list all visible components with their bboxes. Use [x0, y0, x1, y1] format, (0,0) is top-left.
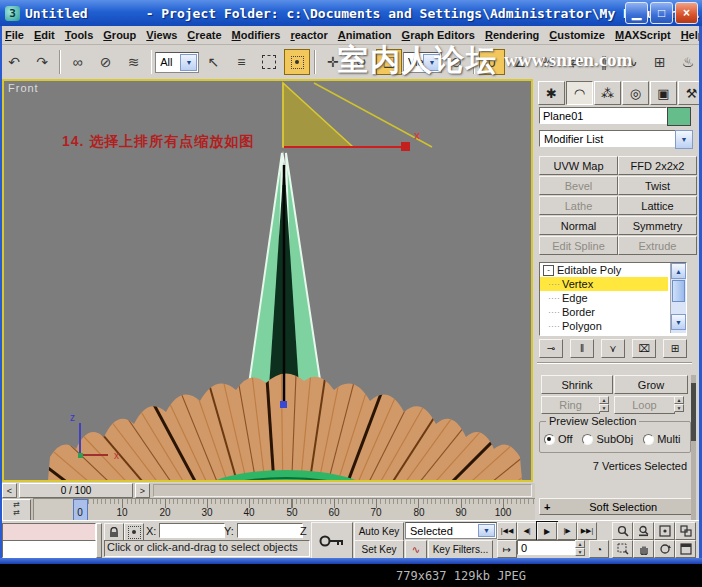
maximize-viewport-toggle-icon[interactable] [675, 540, 696, 558]
spin-down-icon[interactable]: ▼ [575, 548, 585, 556]
spin-down-icon[interactable]: ▼ [599, 404, 609, 412]
chevron-down-icon[interactable]: ▼ [478, 524, 495, 537]
viewport-front[interactable]: z x x Front 14. 选择上排所有点缩放如图 [2, 79, 533, 482]
scroll-up-icon[interactable]: ▲ [671, 263, 686, 279]
grow-button[interactable]: Grow [614, 375, 688, 394]
minimize-button[interactable]: ▁ [625, 2, 648, 24]
panel-scroll-thumb[interactable] [691, 383, 696, 441]
current-frame-field[interactable] [517, 540, 579, 555]
scale-gizmo[interactable] [283, 83, 432, 151]
viewport-label[interactable]: Front [8, 82, 39, 94]
set-key-curve-icon[interactable]: ∿ [405, 540, 427, 559]
absolute-offset-toggle-icon[interactable] [124, 523, 144, 541]
zoom-all-icon[interactable] [633, 522, 654, 540]
script-listener-line[interactable] [2, 540, 96, 558]
menu-reactor[interactable]: reactor [285, 28, 332, 42]
menu-animation[interactable]: Animation [333, 28, 397, 42]
modifier-button-ffd-2x2x2[interactable]: FFD 2x2x2 [618, 156, 697, 175]
percent-snap-icon[interactable]: % [535, 49, 561, 75]
modifier-button-uvw-map[interactable]: UVW Map [539, 156, 618, 175]
mirror-icon[interactable]: ⇄ [563, 49, 589, 75]
make-unique-icon[interactable]: ⋎ [601, 339, 625, 358]
play-icon[interactable]: ▶ [537, 522, 557, 540]
expand-icon[interactable]: + [544, 501, 550, 513]
macro-recorder-line[interactable] [2, 523, 96, 541]
modifier-button-lattice[interactable]: Lattice [618, 196, 697, 215]
radio-multi[interactable] [643, 434, 654, 445]
spin-up-icon[interactable]: ▲ [599, 396, 609, 404]
frame-spinner[interactable]: ▲ ▼ [575, 540, 585, 556]
ring-spinner[interactable]: ▲ ▼ [599, 396, 609, 412]
reference-coordinate-dropdown[interactable]: View ▼ [403, 52, 442, 73]
select-object-icon[interactable]: ↖ [200, 49, 226, 75]
use-pivot-center-icon[interactable]: ⊙ [443, 49, 469, 75]
curve-editor-icon[interactable]: ∿ [619, 49, 645, 75]
redo-icon[interactable]: ↷ [29, 49, 55, 75]
rectangular-selection-region-icon[interactable] [256, 49, 282, 75]
radio-subobj[interactable] [582, 434, 593, 445]
stack-item-edge[interactable]: ····Edge [540, 291, 668, 305]
listener-splitter[interactable] [96, 523, 102, 558]
configure-modifier-sets-icon[interactable]: ⊞ [663, 339, 687, 358]
select-and-rotate-icon[interactable]: ↻ [348, 49, 374, 75]
mini-curve-editor-button[interactable]: ⇄ ⇄ [2, 499, 31, 522]
selection-filter-dropdown[interactable]: All ▼ [155, 52, 199, 73]
arc-rotate-icon[interactable] [654, 540, 675, 558]
align-icon[interactable]: ∥ [591, 49, 617, 75]
time-slider-track[interactable] [153, 484, 532, 497]
zoom-extents-all-icon[interactable] [675, 522, 696, 540]
x-coord-field[interactable] [159, 523, 225, 538]
scroll-thumb[interactable] [672, 280, 685, 302]
collapse-icon[interactable]: - [543, 265, 554, 276]
time-forward-arrow[interactable]: > [135, 483, 150, 498]
snap-toggle-icon[interactable]: ∪ [479, 49, 505, 75]
previous-frame-icon[interactable]: ◀| [517, 522, 537, 540]
go-to-end-icon[interactable]: ▶▶| [577, 522, 597, 540]
chevron-down-icon[interactable]: ▼ [180, 54, 197, 71]
tab-display[interactable]: ▣ [650, 81, 677, 105]
selected-vertex-dot[interactable] [280, 401, 287, 408]
menu-edit[interactable]: Edit [29, 28, 60, 42]
select-and-move-icon[interactable]: ✛ [320, 49, 346, 75]
key-mode-toggle-icon[interactable]: ↦ [497, 540, 517, 558]
set-keys-button[interactable] [311, 522, 353, 559]
loop-spinner[interactable]: ▲ ▼ [674, 396, 684, 412]
stack-item-polygon[interactable]: ····Polygon [540, 319, 668, 333]
tab-hierarchy[interactable]: ⁂ [594, 81, 621, 105]
shrink-button[interactable]: Shrink [541, 375, 613, 394]
key-filter-dropdown[interactable]: Selected ▼ [405, 522, 497, 539]
stack-item-editable-poly[interactable]: - Editable Poly [540, 263, 668, 277]
spin-up-icon[interactable]: ▲ [674, 396, 684, 404]
radio-off[interactable] [544, 434, 555, 445]
menu-graph-editors[interactable]: Graph Editors [397, 28, 480, 42]
undo-icon[interactable]: ↶ [1, 49, 27, 75]
object-name-field[interactable] [539, 107, 667, 124]
menu-create[interactable]: Create [182, 28, 226, 42]
tab-modify[interactable]: ◠ [566, 81, 593, 105]
track-bar-ruler[interactable]: 0 10 20 30 40 50 60 70 80 90 100 [33, 498, 535, 522]
menu-views[interactable]: Views [141, 28, 182, 42]
angle-snap-icon[interactable]: ∠ [507, 49, 533, 75]
menu-group[interactable]: Group [98, 28, 141, 42]
time-back-arrow[interactable]: < [2, 483, 17, 498]
menu-rendering[interactable]: Rendering [480, 28, 544, 42]
modifier-list-arrow-icon[interactable]: ▼ [675, 130, 693, 149]
pin-stack-icon[interactable]: ⊸ [539, 339, 563, 358]
modifier-button-symmetry[interactable]: Symmetry [618, 216, 697, 235]
modifier-button-normal[interactable]: Normal [539, 216, 618, 235]
select-and-scale-icon[interactable]: ❑ [376, 49, 402, 75]
maximize-button[interactable]: □ [650, 2, 673, 24]
close-button[interactable]: × [675, 2, 698, 24]
menu-customize[interactable]: Customize [544, 28, 610, 42]
show-end-result-icon[interactable]: ‖ [570, 339, 594, 358]
menu-tools[interactable]: Tools [60, 28, 99, 42]
auto-key-button[interactable]: Auto Key [354, 522, 404, 541]
time-configuration-icon[interactable]: ◔ [589, 540, 609, 558]
modifier-list-dropdown[interactable]: Modifier List [539, 130, 679, 147]
tab-motion[interactable]: ◎ [622, 81, 649, 105]
menu-modifiers[interactable]: Modifiers [227, 28, 286, 42]
stack-item-border[interactable]: ····Border [540, 305, 668, 319]
go-to-start-icon[interactable]: |◀◀ [497, 522, 517, 540]
selection-lock-icon[interactable] [104, 523, 124, 541]
material-editor-icon[interactable]: ⊞ [647, 49, 673, 75]
